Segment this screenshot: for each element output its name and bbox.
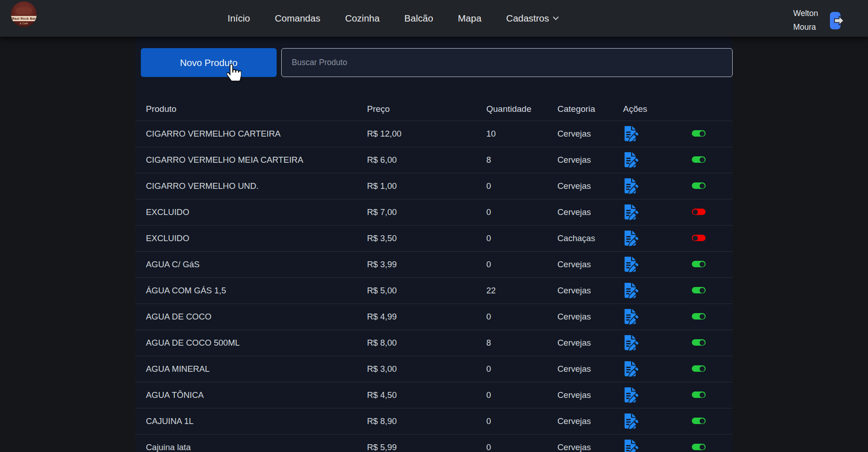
brand-logo[interactable]: Raul Rock Bar & Café <box>11 1 37 27</box>
product-name-cell: ÁGUA COM GÁS 1,5 <box>146 286 367 296</box>
nav-item-cozinha[interactable]: Cozinha <box>345 13 379 24</box>
status-cell <box>692 181 733 191</box>
nav-item-label: Mapa <box>458 13 481 24</box>
product-name-cell: AGUA DE COCO <box>146 312 367 322</box>
product-active-toggle[interactable] <box>692 418 706 424</box>
nav-item-comandas[interactable]: Comandas <box>275 13 320 24</box>
product-active-toggle[interactable] <box>692 130 706 137</box>
toggle-knob <box>700 131 705 136</box>
product-name-cell: Cajuina lata <box>146 442 367 452</box>
file-pen-icon <box>623 413 639 430</box>
category-cell: Cervejas <box>557 442 623 452</box>
price-cell: R$ 7,00 <box>367 207 486 217</box>
product-active-toggle[interactable] <box>692 391 706 398</box>
toggle-knob <box>693 209 698 215</box>
edit-product-button[interactable] <box>623 229 640 248</box>
product-active-toggle[interactable] <box>692 444 706 450</box>
table-row: CAJUINA 1LR$ 8,900Cervejas <box>135 408 733 435</box>
nav-item-mapa[interactable]: Mapa <box>458 13 481 24</box>
product-name-cell: CIGARRO VERMELHO CARTEIRA <box>146 129 367 139</box>
nav-item-inicio[interactable]: Início <box>228 13 250 24</box>
logo-title: Raul Rock Bar <box>11 16 37 22</box>
category-cell: Cervejas <box>557 207 623 217</box>
column-header-acoes: Ações <box>623 104 692 114</box>
toggle-knob <box>700 392 705 397</box>
table-row: AGUA MINERALR$ 3,000Cervejas <box>135 356 733 382</box>
product-active-toggle[interactable] <box>692 261 706 267</box>
category-cell: Cervejas <box>557 364 623 374</box>
quantity-cell: 0 <box>486 364 557 374</box>
user-first-name: Welton <box>793 6 818 20</box>
price-cell: R$ 6,00 <box>367 155 486 165</box>
nav-item-cadastros[interactable]: Cadastros <box>506 13 557 24</box>
price-cell: R$ 1,00 <box>367 181 486 191</box>
chevron-down-icon <box>553 14 559 20</box>
price-cell: R$ 4,99 <box>367 312 486 322</box>
edit-product-button[interactable] <box>623 203 640 221</box>
column-header-preco: Preço <box>367 104 486 114</box>
product-active-toggle[interactable] <box>692 365 706 372</box>
product-name-cell: AGUA TÔNICA <box>146 390 367 400</box>
edit-product-button[interactable] <box>623 360 640 378</box>
actions-cell <box>623 125 692 143</box>
table-row: ÁGUA COM GÁS 1,5R$ 5,0022Cervejas <box>135 278 733 304</box>
table-row: EXCLUIDOR$ 7,000Cervejas <box>135 199 733 226</box>
price-cell: R$ 12,00 <box>367 129 486 139</box>
status-cell <box>692 390 733 400</box>
actions-cell <box>623 203 692 221</box>
table-row: CIGARRO VERMELHO CARTEIRAR$ 12,0010Cerve… <box>135 121 733 147</box>
quantity-cell: 0 <box>486 442 557 452</box>
product-active-toggle[interactable] <box>692 156 706 163</box>
quantity-cell: 22 <box>486 286 557 296</box>
price-cell: R$ 3,50 <box>367 233 486 243</box>
file-pen-icon <box>623 256 639 273</box>
edit-product-button[interactable] <box>623 255 640 274</box>
price-cell: R$ 5,00 <box>367 286 486 296</box>
quantity-cell: 10 <box>486 129 557 139</box>
actions-cell <box>623 151 692 169</box>
edit-product-button[interactable] <box>623 438 640 452</box>
category-cell: Cervejas <box>557 181 623 191</box>
quantity-cell: 0 <box>486 416 557 426</box>
product-active-toggle[interactable] <box>692 235 706 241</box>
table-row: AGUA DE COCO 500MLR$ 8,008Cervejas <box>135 330 733 356</box>
price-cell: R$ 3,99 <box>367 259 486 270</box>
nav-item-label: Início <box>228 13 250 24</box>
search-product-input[interactable] <box>281 48 733 77</box>
category-cell: Cachaças <box>557 233 623 243</box>
toggle-knob <box>700 366 705 371</box>
edit-product-button[interactable] <box>623 386 640 404</box>
product-active-toggle[interactable] <box>692 209 706 215</box>
column-header-categoria: Categoria <box>557 104 623 114</box>
new-product-button[interactable]: Novo Produto <box>141 48 277 77</box>
actions-cell <box>623 255 692 274</box>
edit-product-button[interactable] <box>623 308 640 326</box>
product-active-toggle[interactable] <box>692 313 706 320</box>
product-active-toggle[interactable] <box>692 339 706 346</box>
edit-product-button[interactable] <box>623 281 640 300</box>
products-table: Produto Preço Quantidade Categoria Ações… <box>135 97 733 452</box>
nav-item-balcao[interactable]: Balcão <box>404 13 433 24</box>
edit-product-button[interactable] <box>623 177 640 195</box>
nav-item-label: Comandas <box>275 13 320 24</box>
edit-product-button[interactable] <box>623 151 640 169</box>
status-cell <box>692 442 733 452</box>
product-active-toggle[interactable] <box>692 287 706 293</box>
edit-product-button[interactable] <box>623 334 640 352</box>
file-pen-icon <box>623 177 639 195</box>
product-active-toggle[interactable] <box>692 182 706 189</box>
category-cell: Cervejas <box>557 286 623 296</box>
edit-product-button[interactable] <box>623 125 640 143</box>
logout-button[interactable] <box>829 11 845 30</box>
column-header-produto: Produto <box>146 104 367 114</box>
actions-cell <box>623 360 692 378</box>
file-pen-icon <box>623 308 639 325</box>
actions-cell <box>623 308 692 326</box>
top-navbar: Raul Rock Bar & Café InícioComandasCozin… <box>0 0 868 37</box>
quantity-cell: 8 <box>486 155 557 165</box>
product-name-cell: CAJUINA 1L <box>146 416 367 426</box>
product-name-cell: EXCLUIDO <box>146 207 367 217</box>
edit-product-button[interactable] <box>623 412 640 430</box>
actions-cell <box>623 177 692 195</box>
file-pen-icon <box>623 125 639 143</box>
